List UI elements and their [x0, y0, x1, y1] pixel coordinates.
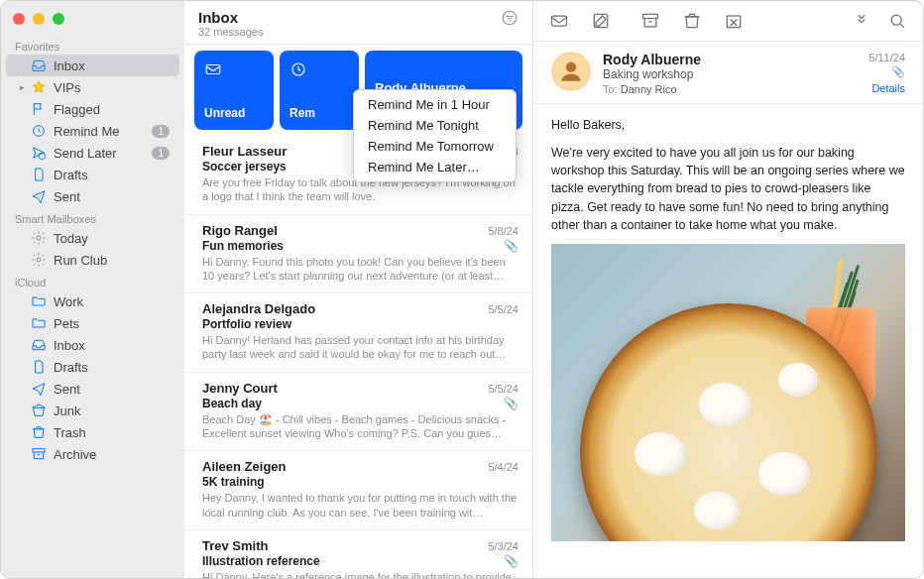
document-icon	[30, 167, 48, 182]
remind-context-menu: Remind Me in 1 Hour Remind Me Tonight Re…	[353, 89, 517, 182]
sidebar-item-inbox[interactable]: Inbox	[6, 55, 179, 76]
sidebar-label: Pets	[54, 316, 170, 331]
date: 5/3/24	[488, 540, 519, 552]
subject: 5K training	[202, 475, 519, 489]
sidebar-label: Junk	[54, 404, 170, 418]
zoom-window-button[interactable]	[53, 13, 64, 25]
section-favorites: Favorites	[1, 35, 184, 55]
menu-item-remind-later[interactable]: Remind Me Later…	[354, 157, 516, 177]
clock-icon	[30, 123, 48, 139]
sidebar-item-sent[interactable]: Sent	[6, 185, 179, 207]
section-smart: Smart Mailboxes	[1, 207, 184, 227]
svg-point-12	[891, 15, 901, 25]
menu-item-remind-tomorrow[interactable]: Remind Me Tomorrow	[354, 136, 516, 157]
message-row[interactable]: Aileen Zeigen5/4/24 5K training Hey Dann…	[184, 451, 532, 530]
gear-icon	[30, 230, 48, 246]
envelope-icon	[204, 60, 222, 78]
body-greeting: Hello Bakers,	[551, 116, 905, 134]
messages-scroll[interactable]: Fleur Lasseur5/10/24 Soccer jerseys Are …	[184, 136, 532, 578]
sidebar-label: Work	[54, 294, 170, 309]
gear-icon	[30, 252, 48, 268]
sidebar-item-send-later[interactable]: Send Later 1	[6, 142, 179, 164]
remind-card[interactable]: Rem	[280, 51, 359, 130]
sidebar-label: Archive	[54, 447, 170, 462]
svg-rect-8	[552, 16, 567, 26]
sidebar-label: Flagged	[54, 102, 170, 117]
card-label: Rem	[289, 106, 349, 120]
junk-icon	[30, 403, 48, 418]
message-row[interactable]: Alejandra Delgado5/5/24 Portfolio review…	[184, 293, 532, 373]
junk-button[interactable]	[720, 9, 748, 33]
svg-point-5	[503, 11, 517, 25]
sidebar: Favorites Inbox ▸ VIPs Flagged Remind Me…	[1, 1, 184, 578]
sidebar-item-archive[interactable]: Archive	[6, 443, 179, 465]
attachment-image	[551, 244, 905, 541]
details-link[interactable]: Details	[868, 82, 905, 94]
subject: Beach day	[202, 397, 519, 410]
sidebar-item-drafts[interactable]: Drafts	[6, 164, 179, 185]
section-icloud: iCloud	[1, 271, 184, 290]
sender: Fleur Lasseur	[202, 144, 287, 159]
delete-button[interactable]	[678, 9, 706, 33]
menu-item-remind-1hour[interactable]: Remind Me in 1 Hour	[354, 94, 516, 115]
search-button[interactable]	[883, 9, 911, 33]
sidebar-label: Sent	[54, 189, 170, 204]
inbox-icon	[30, 58, 48, 73]
message-row[interactable]: Trev Smith5/3/24 Illustration reference …	[184, 530, 532, 578]
message-body[interactable]: Hello Bakers, We're very excited to have…	[533, 104, 923, 578]
message-row[interactable]: Rigo Rangel5/8/24 Fun memories 📎 Hi Dann…	[184, 215, 532, 294]
send-later-icon	[30, 145, 48, 161]
sidebar-label: Remind Me	[54, 124, 152, 139]
minimize-window-button[interactable]	[33, 13, 45, 25]
date: 5/5/24	[488, 303, 519, 315]
sidebar-item-trash[interactable]: Trash	[6, 421, 179, 443]
svg-point-13	[567, 62, 576, 71]
from-name: Rody Albuerne	[603, 52, 857, 67]
sidebar-item-work[interactable]: Work	[6, 290, 179, 312]
paperclip-icon: 📎	[504, 554, 519, 568]
sender: Trev Smith	[202, 538, 268, 553]
sidebar-item-vips[interactable]: ▸ VIPs	[6, 76, 179, 98]
message-header: Rody Albuerne Baking workshop To: Danny …	[533, 42, 923, 104]
badge: 1	[152, 147, 170, 160]
paperclip-icon: 📎	[504, 397, 519, 410]
archive-button[interactable]	[636, 9, 664, 33]
archive-icon	[30, 446, 48, 462]
sidebar-label: Inbox	[54, 338, 170, 353]
sidebar-item-today[interactable]: Today	[6, 227, 179, 249]
close-window-button[interactable]	[13, 13, 25, 25]
filter-button[interactable]	[501, 9, 519, 30]
clock-icon	[289, 60, 307, 78]
message-row[interactable]: Jenny Court5/5/24 Beach day 📎 Beach Day …	[184, 373, 532, 452]
sidebar-item-junk[interactable]: Junk	[6, 400, 179, 421]
trash-icon	[30, 424, 48, 440]
sidebar-item-remind-me[interactable]: Remind Me 1	[6, 120, 179, 142]
unread-card[interactable]: Unread	[194, 51, 274, 130]
message-date: 5/11/24	[868, 52, 905, 63]
sender: Alejandra Delgado	[202, 301, 315, 316]
sidebar-label: Inbox	[54, 58, 170, 73]
svg-rect-10	[643, 14, 658, 18]
svg-rect-4	[33, 449, 45, 452]
sidebar-item-flagged[interactable]: Flagged	[6, 98, 179, 120]
preview: Hi Danny, Found this photo you took! Can…	[202, 255, 519, 284]
sidebar-item-icloud-sent[interactable]: Sent	[6, 378, 179, 400]
to-line: To: Danny Rico	[603, 83, 857, 95]
sidebar-label: Trash	[54, 425, 170, 440]
menu-item-remind-tonight[interactable]: Remind Me Tonight	[354, 115, 516, 136]
svg-rect-6	[206, 65, 220, 74]
sidebar-item-run-club[interactable]: Run Club	[6, 249, 179, 271]
subject: Portfolio review	[202, 317, 519, 331]
new-message-button[interactable]	[545, 9, 573, 33]
sidebar-item-icloud-drafts[interactable]: Drafts	[6, 356, 179, 378]
compose-button[interactable]	[587, 9, 615, 33]
chevron-right-icon[interactable]: ▸	[20, 82, 30, 92]
inbox-icon	[30, 337, 48, 353]
preview: Hey Danny, I wanted to thank you for put…	[202, 491, 519, 520]
more-button[interactable]	[848, 9, 875, 33]
sidebar-label: Run Club	[54, 253, 170, 268]
sidebar-item-pets[interactable]: Pets	[6, 312, 179, 334]
sidebar-item-icloud-inbox[interactable]: Inbox	[6, 334, 179, 356]
date: 5/4/24	[488, 461, 519, 473]
sidebar-label: Drafts	[54, 168, 170, 182]
